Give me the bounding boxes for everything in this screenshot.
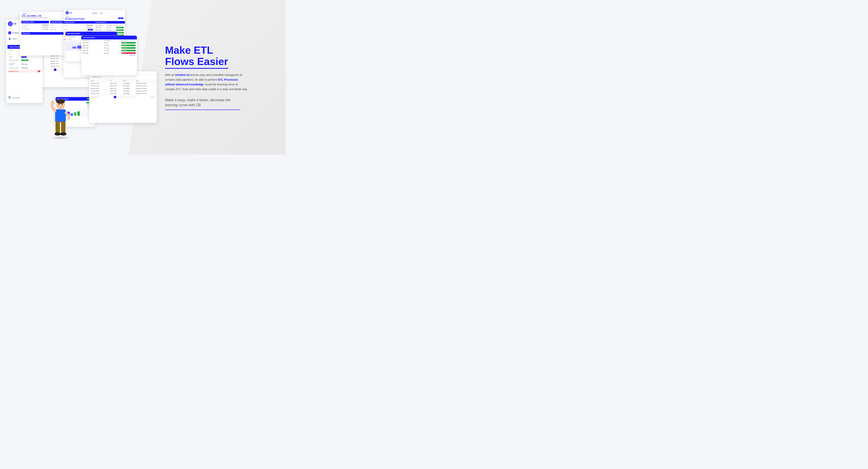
- pd-state: State Enable: [63, 29, 94, 31]
- awesome-logo: [65, 11, 69, 14]
- state-value: Enable: [88, 29, 93, 31]
- label-cell: Last Exec Update: [8, 62, 20, 66]
- page-8[interactable]: 8: [129, 96, 132, 98]
- table-row: Extractor_Frigh A5BC_033C Test Multiple …: [89, 92, 157, 95]
- svg-rect-10: [74, 112, 76, 116]
- etl-process-row: ETL Process ID 0142C33F00F...: [22, 28, 49, 31]
- awesome-status[interactable]: Enable: [118, 18, 123, 19]
- table-row: Extractor_Frigh A5BC_033C Test Multiple …: [89, 85, 157, 87]
- page-wrapper: CB ⊞ Projects 👤 Users Project Details: [0, 0, 286, 155]
- exec-details-header: Execution Details: [22, 21, 49, 23]
- svg-point-21: [62, 104, 63, 105]
- label-cell: Last Exec Start: [8, 67, 20, 69]
- pages-info: 1-5 Pages: [150, 97, 155, 98]
- title-line1: Make ETL: [165, 44, 213, 56]
- table-row: A5BC_033C 9hrs ago Completed: [81, 42, 137, 44]
- table-row: Extractor_Frigh A5BC_033C Test Multiple …: [89, 82, 157, 85]
- svg-rect-16: [56, 121, 60, 133]
- status-completed: Completed: [116, 32, 124, 33]
- profile-icon: 👤: [8, 96, 11, 99]
- back-arrow-icon: ‹: [22, 13, 23, 15]
- page-dots: ...: [60, 69, 63, 71]
- screenshots-container: CB ⊞ Projects 👤 Users Project Details: [6, 4, 157, 150]
- pagination-controls[interactable]: 1 2 3 ... 7 8 ›: [114, 96, 135, 98]
- svg-point-19: [60, 132, 66, 136]
- svg-point-18: [55, 132, 61, 136]
- status-badge: Completed: [121, 50, 136, 51]
- title-line2: Flows Easier: [165, 56, 228, 69]
- project-name-row: Project Name Test Multiple: [22, 24, 49, 26]
- page-3[interactable]: 3: [120, 96, 123, 98]
- pd-name: Name Test Multiple: [63, 24, 94, 26]
- logo-text: CB: [13, 23, 16, 25]
- svg-point-13: [56, 99, 65, 104]
- hero-tagline: Make it easy, make it faster, decrease t…: [165, 98, 240, 110]
- table-row: A5BC_033C 9hrs ago Completed: [94, 26, 125, 29]
- page-7[interactable]: 7: [126, 96, 129, 98]
- character-illustration: [48, 99, 73, 139]
- highlight-intuitive-ui: Intuitive UI: [175, 73, 189, 76]
- table-row: A5BC_033C 15hrs ago Completed: [94, 29, 125, 32]
- project-id-row: Project ID 0142C33F00F...: [22, 26, 49, 28]
- value-cell: Enable: [21, 56, 40, 59]
- page-2[interactable]: 2: [57, 69, 60, 71]
- exec-state-badge: Completed: [21, 60, 29, 61]
- left-panel: CB ⊞ Projects 👤 Users Project Details: [0, 0, 157, 155]
- status-badge: Completed: [121, 44, 136, 46]
- user-icon: 👤: [8, 37, 11, 40]
- highlight-etl-processes: ETL Processes without advanced knowledge: [165, 78, 238, 86]
- svg-rect-0: [72, 46, 76, 48]
- table-row: Last Exec Start 2 days ago: [8, 67, 40, 69]
- svg-rect-14: [55, 109, 66, 122]
- awesome-logo-area: CB: [65, 11, 72, 14]
- awesome-back-btn[interactable]: ‹ Back: [65, 16, 85, 18]
- table-row: A5BC_033C 15hrs ago Completed: [81, 44, 137, 47]
- last-exec-columns: Execution ID Last Update Status: [94, 24, 125, 26]
- table-row: A5BC_033C 15hrs ago Completed: [81, 47, 137, 49]
- dropdown-icon: ▾: [155, 93, 155, 94]
- status-badge: Completed: [121, 42, 136, 43]
- page-1[interactable]: 1: [54, 69, 56, 71]
- label-cell: ID: [8, 53, 20, 55]
- grid-icon: ⊞: [8, 32, 11, 34]
- last-exec-header-row: Execution ID Last Update Status: [81, 39, 137, 42]
- state-badge: Enable: [21, 56, 27, 58]
- etl-job-subtitle: 0142C33F00F84052A8E77F84870D2B59: [22, 17, 48, 19]
- page-next[interactable]: ›: [132, 96, 135, 98]
- table-row: A5BC_033C 15hrs ago Completed: [81, 49, 137, 52]
- sidebar-footer[interactable]: 👤 My Profile: [6, 95, 43, 101]
- status-badge: Completed: [121, 47, 136, 49]
- awesome-project-title: An Awesome Project: [65, 18, 85, 20]
- svg-point-15: [51, 101, 55, 105]
- dropdown-icon: ▾: [155, 88, 155, 89]
- table-row: Last Exec State Completed: [8, 59, 40, 62]
- status-badge: Failed: [121, 52, 136, 54]
- awesome-header: CB Projects Users: [63, 10, 125, 15]
- search-input[interactable]: [91, 76, 111, 78]
- extractors-pagination: 1270 Extractors 1 2 3 ... 7 8 › 1-5 Page…: [89, 95, 157, 99]
- validation-count-badge: 5: [38, 71, 40, 72]
- label-cell: State: [8, 56, 20, 59]
- page-1[interactable]: 1: [114, 96, 116, 98]
- dropdown-icon: ▾: [155, 90, 155, 92]
- project-details-title: Project Details: [63, 21, 94, 24]
- extractors-columns: Name ID Secret Type: [89, 79, 157, 82]
- execution-details-section: Execution Details Project Name Test Mult…: [22, 21, 49, 31]
- last-exec-title: Last Executions: [94, 21, 125, 24]
- table-row: Extractor_Frigh A5BC_033C Test Multiple …: [89, 90, 157, 92]
- validation-errors-row: Validation Errors 5: [7, 70, 41, 73]
- hero-title: Make ETL Flows Easier: [165, 44, 274, 69]
- page-2[interactable]: 2: [117, 96, 119, 98]
- etl-job-title: ETL Job 6959...176: [22, 15, 48, 17]
- dropdown-icon: ▾: [155, 82, 155, 84]
- show-all-button[interactable]: SHOW ALL: [81, 55, 137, 57]
- svg-point-20: [59, 104, 60, 105]
- svg-rect-11: [78, 111, 80, 116]
- my-profile-label: My Profile: [13, 97, 20, 99]
- extractors-search-row: ≡: [89, 75, 157, 79]
- table-row: A5BC_033C 15hrs ago Failed: [81, 52, 137, 55]
- hero-description: With an Intuitive UI and an easy and con…: [165, 73, 248, 92]
- right-panel: Make ETL Flows Easier With an Intuitive …: [157, 0, 286, 155]
- filter-icon[interactable]: ≡: [112, 76, 113, 78]
- label-cell: Last Exec State: [8, 59, 20, 62]
